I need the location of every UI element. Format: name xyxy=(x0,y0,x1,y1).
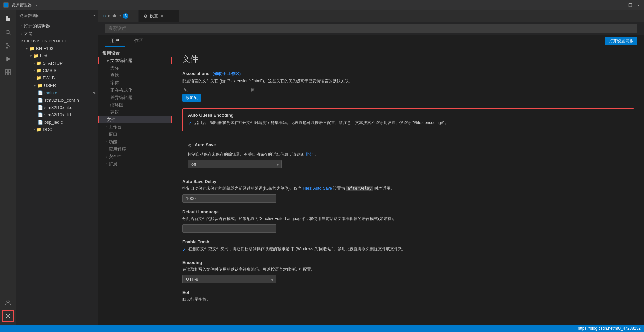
nav-item-formatting[interactable]: 正在格式化 xyxy=(98,87,172,94)
add-item-button[interactable]: 添加项 xyxy=(182,94,201,102)
nav-item-suggest[interactable]: 建议 xyxy=(98,109,172,116)
activity-debug[interactable] xyxy=(2,53,14,65)
setting-auto-save: ⚙ Auto Save 控制自动保存未保存的编辑器。有关自动保存的详细信息，请参… xyxy=(182,138,634,172)
activity-search[interactable] xyxy=(2,26,14,38)
nav-item-extensions[interactable]: › 扩展 xyxy=(98,160,172,168)
nav-item-diff-editor[interactable]: 差异编辑器 xyxy=(98,94,172,101)
title-more-icon[interactable]: ⋯ xyxy=(34,3,39,8)
activity-files[interactable] xyxy=(2,13,14,25)
nav-item-font[interactable]: 字体 xyxy=(98,79,172,87)
window-copy-icon[interactable]: ❐ xyxy=(628,3,632,8)
sidebar-item-label: 大纲 xyxy=(24,31,33,37)
default-language-input[interactable] xyxy=(182,224,276,233)
nav-item-find[interactable]: 查找 xyxy=(98,72,172,79)
eol-title: Eol xyxy=(182,290,634,295)
sidebar-item-itc[interactable]: 📄 stm32f10x_it.c xyxy=(16,104,98,111)
settings-tab-user[interactable]: 用户 xyxy=(105,35,125,47)
default-language-title: Default Language xyxy=(182,209,634,214)
sidebar-item-outline[interactable]: › 大纲 xyxy=(16,30,98,37)
settings-file-icon: ⚙ xyxy=(144,14,148,19)
nav-item-label: 文件 xyxy=(107,117,115,123)
nav-item-window[interactable]: › 窗口 xyxy=(98,131,172,138)
tab-mainc[interactable]: C main.c 3 xyxy=(98,10,139,22)
tab-settings[interactable]: ⚙ 设置 ✕ xyxy=(139,10,179,22)
auto-save-delay-input[interactable] xyxy=(182,194,276,203)
encoding-dropdown-wrapper: UTF-8 GBK GB2312 UTF-16 ▾ xyxy=(182,275,276,283)
checkbox-checked-icon[interactable]: ✓ xyxy=(182,246,186,253)
auto-guess-title: Auto Guess Encoding xyxy=(188,113,628,118)
sidebar-new-file-icon[interactable]: + xyxy=(87,14,89,18)
nav-item-label: 文本编辑器 xyxy=(110,58,132,64)
nav-item-label: 窗口 xyxy=(109,131,117,137)
sidebar-item-user[interactable]: ∨ 📁 USER xyxy=(16,81,98,89)
sidebar-item-bspledc[interactable]: 📄 bsp_led.c xyxy=(16,118,98,126)
window-more-icon[interactable]: ⋯ xyxy=(636,3,641,8)
sidebar-item-mainc[interactable]: 📄 main.c ✎ xyxy=(16,89,98,96)
sidebar-item-fwlb[interactable]: › 📁 FWLB xyxy=(16,74,98,81)
nav-item-label: 字体 xyxy=(110,80,119,86)
nav-item-common[interactable]: 常用设置 xyxy=(98,50,172,57)
svg-point-7 xyxy=(6,47,8,48)
sidebar-item-label: Led xyxy=(40,53,47,58)
sidebar-item-startup[interactable]: › 📁 STARTUP xyxy=(16,59,98,67)
auto-guess-checkbox-row: ✓ 启用后，编辑器将尝试在打开文件时猜测字符集编码。此设置也可以按语言配置。请注… xyxy=(188,120,628,127)
encoding-select[interactable]: UTF-8 GBK GB2312 UTF-16 xyxy=(182,275,276,283)
sidebar-item-doc[interactable]: › 📁 DOC xyxy=(16,126,98,133)
title-bar-left: 资源管理器 ⋯ xyxy=(3,2,39,8)
associations-header: 项 值 xyxy=(182,87,634,93)
settings-nav: 常用设置 ∨ 文本编辑器 光标 查找 字体 xyxy=(98,47,172,325)
svg-point-6 xyxy=(6,43,8,44)
sidebar-tree: › 打开的编辑器 › 大纲 KEIL UVISION PROJECT ∨ 📁 B… xyxy=(16,22,98,134)
sidebar-header: 资源管理器 + ⋯ xyxy=(16,10,98,22)
activity-extensions[interactable] xyxy=(2,66,14,78)
checkbox-checked-icon[interactable]: ✓ xyxy=(188,120,192,127)
sidebar-item-led[interactable]: ∨ 📁 Led xyxy=(16,52,98,59)
c-file-icon: 📄 xyxy=(38,105,43,110)
tab-close-icon[interactable]: ✕ xyxy=(160,14,164,18)
sidebar-item-ith[interactable]: 📄 stm32f10x_it.h xyxy=(16,111,98,118)
auto-guess-desc: 启用后，编辑器将尝试在打开文件时猜测字符集编码。此设置也可以按语言配置。请注意，… xyxy=(194,120,449,126)
nav-item-files[interactable]: 文件 xyxy=(98,116,172,123)
nav-item-workbench[interactable]: › 工作台 xyxy=(98,123,172,131)
activity-bar xyxy=(0,10,16,325)
chevron-right-icon: › xyxy=(34,76,35,80)
folder-icon: 📁 xyxy=(33,53,39,58)
sidebar-more-icon[interactable]: ⋯ xyxy=(91,14,95,18)
chevron-right-icon: › xyxy=(106,162,107,166)
nav-item-application[interactable]: › 应用程序 xyxy=(98,146,172,153)
enable-trash-desc: 在删除文件或文件夹时，将它们移动到操作系统的'废纸篓'中 (Windows 为'… xyxy=(188,246,406,252)
folder-icon: 📁 xyxy=(36,127,41,132)
settings-search-input[interactable] xyxy=(105,24,637,33)
nav-item-security[interactable]: › 安全性 xyxy=(98,153,172,160)
settings-tab-workspace[interactable]: 工作区 xyxy=(125,35,148,47)
activity-source-control[interactable] xyxy=(2,40,14,52)
auto-save-link[interactable]: 此处 xyxy=(305,152,313,157)
sidebar-item-open-editors[interactable]: › 打开的编辑器 xyxy=(16,22,98,30)
settings-gear-icon: ⚙ xyxy=(188,143,192,148)
h-file-icon: 📄 xyxy=(38,112,43,117)
activity-gear[interactable] xyxy=(2,310,14,322)
sidebar-item-confh[interactable]: 📄 stm32f10x_conf.h xyxy=(16,96,98,104)
setting-associations: Associations (修改于 工作区) 配置语言的文件关联 (如: "*.… xyxy=(182,71,634,102)
svg-line-5 xyxy=(9,33,10,35)
nav-item-cursor[interactable]: 光标 xyxy=(98,64,172,72)
activity-account[interactable] xyxy=(2,296,14,309)
auto-save-delay-title: Auto Save Delay xyxy=(182,179,634,184)
enable-trash-checkbox-row: ✓ 在删除文件或文件夹时，将它们移动到操作系统的'废纸篓'中 (Windows … xyxy=(182,246,634,253)
sidebar-item-project[interactable]: KEIL UVISION PROJECT xyxy=(16,37,98,45)
auto-save-select[interactable]: off afterDelay onFocusChange onWindowCha… xyxy=(188,160,282,168)
file-modified-icon: ✎ xyxy=(93,91,96,95)
auto-save-delay-desc: 控制自动保存未保存的编辑器之前经过的延迟(以毫秒为单位)。仅当 Files: A… xyxy=(182,185,634,191)
auto-save-delay-link[interactable]: Files: Auto Save xyxy=(303,186,332,191)
activity-bar-bottom xyxy=(2,296,14,322)
sync-settings-button[interactable]: 打开设置同步 xyxy=(605,37,637,45)
nav-item-minimap[interactable]: 缩略图 xyxy=(98,101,172,109)
nav-item-label: 常用设置 xyxy=(102,50,120,56)
sidebar-item-cmsis[interactable]: › 📁 CMSIS xyxy=(16,67,98,74)
sidebar-item-bhf103[interactable]: ∨ 📁 BH-F103 xyxy=(16,45,98,52)
nav-item-text-editor[interactable]: ∨ 文本编辑器 xyxy=(98,57,172,64)
folder-icon: 📁 xyxy=(36,61,41,66)
nav-item-features[interactable]: › 功能 xyxy=(98,138,172,146)
nav-item-label: 工作台 xyxy=(109,124,122,130)
setting-default-language: Default Language 分配给新文件的默认语言模式。如果配置为"${a… xyxy=(182,209,634,233)
